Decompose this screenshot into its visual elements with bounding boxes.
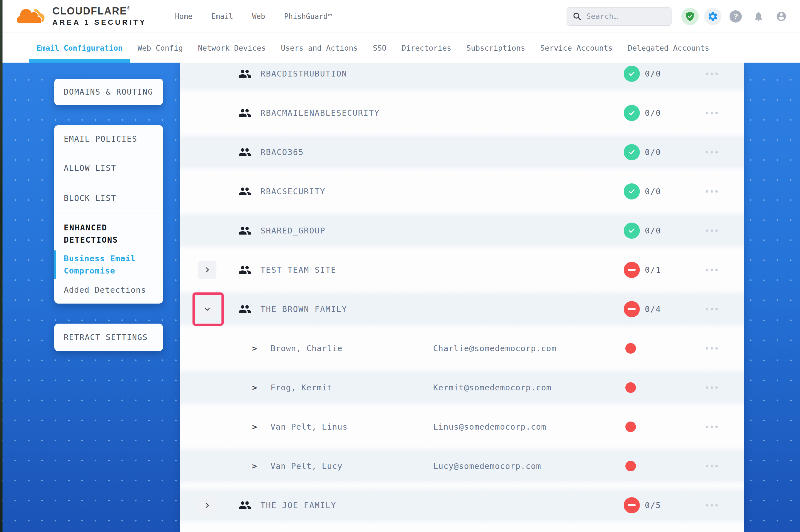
sidebar-item-email-policies[interactable]: EMAIL POLICIES [54,125,163,153]
sidebar-item-added-detections[interactable]: Added Detections [54,281,163,296]
tab-service-accounts[interactable]: Service Accounts [533,33,620,63]
group-row-rbacdistrubution: RBACDISTRUBUTION 0/0 [180,63,744,93]
group-row-the-brown-family: THE BROWN FAMILY 0/4 [180,289,744,329]
row-email: Charlie@somedemocorp.com [433,344,557,353]
group-row-test-team-site: TEST TEAM SITE 0/1 [180,250,744,289]
member-caret-icon: > [252,344,257,353]
tab-web-config[interactable]: Web Config [130,33,190,63]
row-email: Lucy@somedemocorp.com [433,461,541,471]
sidebar-item-label: Business Email Compromise [64,254,136,276]
expand-toggle-button[interactable] [198,496,216,514]
group-people-icon [238,146,252,159]
group-people-icon [238,499,252,512]
registered-mark: ® [127,5,131,10]
row-menu-button[interactable] [704,421,720,432]
status-flag-dot [625,421,636,432]
tab-sso[interactable]: SSO [365,33,394,63]
status-ok-icon [624,144,640,160]
row-menu-button[interactable] [704,108,720,118]
member-count: 0/0 [645,69,661,78]
sidebar-item-business-email-compromise[interactable]: Business Email Compromise [54,248,146,281]
row-menu-button[interactable] [704,304,720,314]
sidebar-item-retract-settings[interactable]: RETRACT SETTINGS [54,324,163,351]
member-count: 0/0 [645,187,661,196]
status-flag-dot [625,382,636,393]
nav-item-web[interactable]: Web [243,12,275,21]
search-input[interactable] [586,12,666,21]
tab-delegated-accounts[interactable]: Delegated Accounts [620,33,717,63]
nav-item-email[interactable]: Email [202,12,243,21]
header-actions: ? [567,7,790,25]
group-row-rbacmailenablesecurity: RBACMAILENABLESECURITY 0/0 [180,93,744,132]
brand-name: CLOUDFLARE® [52,6,146,16]
row-name: RBACO365 [260,148,304,157]
row-name: Van Pelt, Lucy [271,461,342,471]
row-menu-button[interactable] [704,461,720,471]
shield-check-icon[interactable] [681,8,698,25]
row-menu-button[interactable] [704,265,720,275]
tab-subscriptions[interactable]: Subscriptions [459,33,532,63]
sidebar: DOMAINS & ROUTING EMAIL POLICIES ALLOW L… [54,79,163,351]
row-email: Linus@somedemocorp.com [433,422,546,432]
group-row-rbaco365: RBACO365 0/0 [180,132,744,172]
group-people-icon [238,185,252,198]
chevron-right-icon [204,305,211,313]
notifications-bell-icon[interactable] [750,8,767,25]
row-menu-button[interactable] [704,147,720,157]
question-mark-glyph: ? [729,10,742,22]
nav-item-phishguard[interactable]: PhishGuard™ [275,12,342,21]
tab-email-configuration[interactable]: Email Configuration [29,33,130,63]
row-name: Brown, Charlie [271,344,342,353]
row-menu-button[interactable] [704,500,720,510]
sidebar-item-block-list[interactable]: BLOCK LIST [54,183,163,213]
tab-users-and-actions[interactable]: Users and Actions [273,33,365,63]
account-icon[interactable] [773,8,790,25]
nav-item-home[interactable]: Home [165,12,202,21]
row-name: THE JOE FAMILY [260,500,336,510]
member-row-van-pelt-lucy: > Van Pelt, Lucy Lucy@somedemocorp.com [180,446,744,486]
status-blocked-icon [624,497,640,513]
member-count: 0/0 [645,148,661,157]
sidebar-card-email-policies: EMAIL POLICIES ALLOW LIST BLOCK LIST ENH… [54,125,163,304]
row-name: RBACDISTRUBUTION [260,69,347,78]
status-flag-dot [625,343,636,354]
member-count: 0/0 [645,226,661,235]
row-name: THE BROWN FAMILY [260,304,347,314]
section-tabs: Email ConfigurationWeb ConfigNetwork Dev… [0,33,800,63]
member-count: 0/0 [645,108,661,118]
row-menu-button[interactable] [704,382,720,393]
member-caret-icon: > [252,461,257,471]
settings-gear-icon[interactable] [704,8,722,25]
group-people-icon [238,302,252,316]
minus-glyph [628,269,636,271]
row-menu-button[interactable] [704,225,720,236]
row-menu-button[interactable] [704,69,720,79]
expand-toggle-button[interactable] [198,300,216,318]
member-row-van-pelt-linus: > Van Pelt, Linus Linus@somedemocorp.com [180,407,744,446]
row-name: Frog, Kermit [271,383,332,392]
member-row-frog-kermit: > Frog, Kermit Kermit@somedemocorp.com [180,368,744,407]
group-people-icon [238,224,252,238]
status-ok-icon [624,66,640,82]
row-email: Kermit@somedemocorp.com [433,383,551,392]
tab-directories[interactable]: Directories [394,33,459,63]
group-row-the-joe-family: THE JOE FAMILY 0/5 [180,486,744,525]
sidebar-item-domains-routing[interactable]: DOMAINS & ROUTING [54,79,163,105]
member-count: 0/4 [645,304,661,314]
row-menu-button[interactable] [704,186,720,196]
brand-subtitle: AREA 1 SECURITY [52,18,146,27]
help-icon[interactable]: ? [727,8,744,25]
cloudflare-logo[interactable]: CLOUDFLARE® AREA 1 SECURITY [16,6,146,27]
search-box[interactable] [567,7,672,25]
row-menu-button[interactable] [704,343,720,354]
sidebar-item-allow-list[interactable]: ALLOW LIST [54,153,163,183]
member-caret-icon: > [252,422,257,432]
chevron-right-icon [204,502,211,509]
expand-toggle-button[interactable] [198,261,216,279]
status-ok-icon [624,223,640,239]
member-caret-icon: > [252,383,257,392]
member-row-brown-charlie: > Brown, Charlie Charlie@somedemocorp.co… [180,329,744,368]
group-people-icon [238,263,252,277]
tab-network-devices[interactable]: Network Devices [190,33,273,63]
group-row-shared-group: SHARED_GROUP 0/0 [180,211,744,250]
